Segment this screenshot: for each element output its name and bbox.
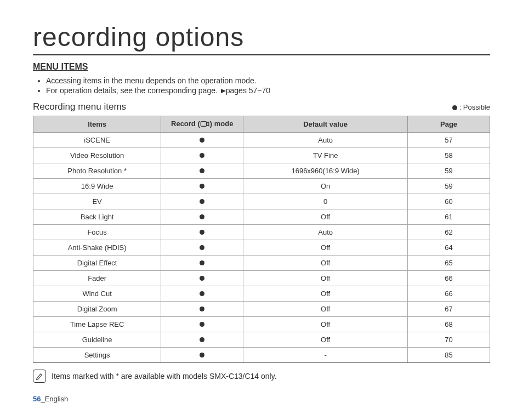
cell-record — [161, 194, 243, 209]
cell-page: 66 — [408, 286, 490, 302]
cell-record — [161, 348, 243, 363]
dot-icon — [200, 307, 204, 311]
cell-item: Wind Cut — [33, 286, 161, 302]
cell-page: 64 — [408, 240, 490, 256]
cell-page: 67 — [408, 302, 490, 317]
dot-icon — [200, 260, 204, 265]
th-record-prefix: Record ( — [171, 120, 200, 128]
cell-record — [161, 256, 243, 271]
note-row: Items marked with * are available with m… — [33, 370, 490, 383]
cell-default: - — [243, 348, 408, 363]
cell-page: 65 — [408, 256, 490, 271]
dot-icon — [200, 291, 204, 296]
cell-page: 58 — [408, 148, 490, 163]
cell-page: 59 — [408, 163, 490, 179]
table-row: Time Lapse RECOff68 — [33, 317, 490, 332]
dot-icon — [200, 230, 204, 235]
page-title: recording options — [33, 22, 490, 55]
dot-icon — [200, 184, 204, 189]
dot-icon — [200, 138, 204, 143]
cell-item: 16:9 Wide — [33, 179, 161, 194]
cell-page: 59 — [408, 179, 490, 194]
cell-default: Off — [243, 317, 408, 332]
dot-icon — [200, 322, 204, 327]
legend-text: : Possible — [459, 103, 490, 111]
table-row: Back LightOff61 — [33, 209, 490, 225]
info-bullets: Accessing items in the menu depends on t… — [33, 76, 490, 95]
cell-default: Off — [243, 332, 408, 348]
cell-record — [161, 133, 243, 148]
cell-item: Time Lapse REC — [33, 317, 161, 332]
svg-rect-0 — [201, 122, 206, 127]
cell-default: Off — [243, 240, 408, 256]
page-number: 56 — [33, 395, 41, 403]
table-row: 16:9 WideOn59 — [33, 179, 490, 194]
bullet-text: For operation details, see the correspon… — [46, 86, 218, 95]
footer-lang: _English — [41, 395, 68, 403]
note-icon — [33, 370, 46, 383]
cell-page: 66 — [408, 271, 490, 286]
cell-default: 1696x960(16:9 Wide) — [243, 163, 408, 179]
cell-default: Off — [243, 271, 408, 286]
table-row: Digital EffectOff65 — [33, 256, 490, 271]
cell-item: Photo Resolution * — [33, 163, 161, 179]
cell-record — [161, 179, 243, 194]
table-header: Items Record () mode Default value Page — [33, 116, 490, 133]
table-row: Settings-85 — [33, 348, 490, 363]
cell-page: 61 — [408, 209, 490, 225]
table-row: EV060 — [33, 194, 490, 209]
cell-item: iSCENE — [33, 133, 161, 148]
dot-icon — [200, 199, 204, 204]
cell-default: Auto — [243, 133, 408, 148]
cell-page: 85 — [408, 348, 490, 363]
cell-item: Fader — [33, 271, 161, 286]
table-row: Digital ZoomOff67 — [33, 302, 490, 317]
cell-record — [161, 209, 243, 225]
legend: : Possible — [452, 103, 490, 111]
table-body: iSCENEAuto57Video ResolutionTV Fine58Pho… — [33, 133, 490, 363]
cell-item: EV — [33, 194, 161, 209]
cell-item: Digital Effect — [33, 256, 161, 271]
cell-default: Off — [243, 286, 408, 302]
table-row: Photo Resolution *1696x960(16:9 Wide)59 — [33, 163, 490, 179]
bullet-item: For operation details, see the correspon… — [46, 86, 490, 95]
table-subtitle: Recording menu items — [33, 101, 126, 112]
subtitle-row: Recording menu items : Possible — [33, 101, 490, 112]
cell-record — [161, 148, 243, 163]
cell-item: Digital Zoom — [33, 302, 161, 317]
cell-item: Focus — [33, 225, 161, 240]
cell-item: Settings — [33, 348, 161, 363]
cell-record — [161, 332, 243, 348]
dot-icon — [452, 105, 457, 110]
table-row: Anti-Shake (HDIS)Off64 — [33, 240, 490, 256]
cell-record — [161, 302, 243, 317]
dot-icon — [200, 153, 204, 158]
note-text: Items marked with * are available with m… — [52, 372, 277, 381]
section-heading: MENU ITEMS — [33, 62, 490, 72]
arrow-right-icon — [221, 89, 226, 93]
cell-page: 68 — [408, 317, 490, 332]
bullet-item: Accessing items in the menu depends on t… — [46, 76, 490, 85]
cell-default: On — [243, 179, 408, 194]
th-record: Record () mode — [161, 116, 243, 133]
cell-item: Guideline — [33, 332, 161, 348]
table-row: Video ResolutionTV Fine58 — [33, 148, 490, 163]
cell-default: Auto — [243, 225, 408, 240]
cell-default: TV Fine — [243, 148, 408, 163]
cell-record — [161, 317, 243, 332]
cell-item: Anti-Shake (HDIS) — [33, 240, 161, 256]
cell-page: 57 — [408, 133, 490, 148]
table-row: GuidelineOff70 — [33, 332, 490, 348]
table-row: Wind CutOff66 — [33, 286, 490, 302]
page-ref: pages 57~70 — [226, 86, 270, 95]
th-record-suffix: ) mode — [210, 120, 234, 128]
cell-default: Off — [243, 209, 408, 225]
table-row: FaderOff66 — [33, 271, 490, 286]
cell-record — [161, 163, 243, 179]
cell-page: 62 — [408, 225, 490, 240]
cell-item: Back Light — [33, 209, 161, 225]
dot-icon — [200, 214, 204, 219]
cell-default: 0 — [243, 194, 408, 209]
page-footer: 56_English — [33, 395, 490, 403]
recording-menu-table: Items Record () mode Default value Page … — [33, 116, 490, 363]
